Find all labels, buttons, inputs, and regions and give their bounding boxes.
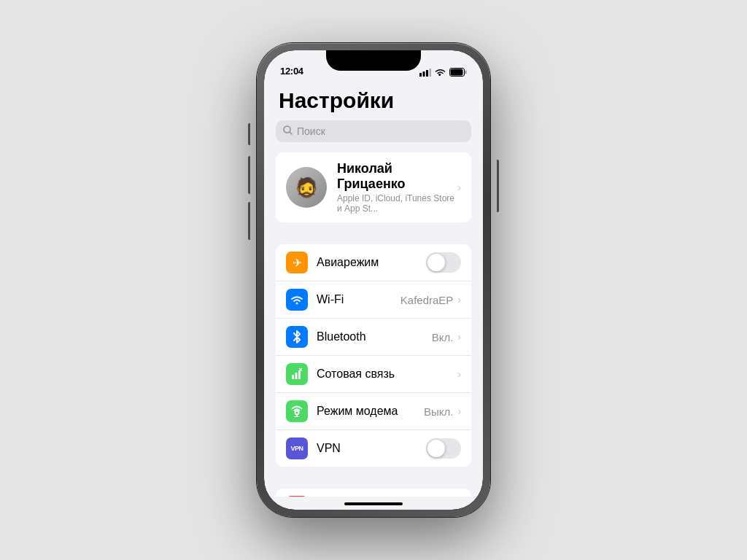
hotspot-icon [286, 400, 308, 422]
profile-chevron-icon: › [457, 182, 461, 193]
volume-up-button [248, 156, 250, 194]
toggle-knob [427, 254, 445, 271]
cellular-chevron-icon: › [457, 368, 461, 380]
wifi-chevron-icon: › [457, 294, 461, 306]
svg-point-9 [296, 303, 298, 305]
connectivity-section: ✈ Авиарежим [264, 244, 483, 467]
bluetooth-icon [286, 326, 308, 348]
bluetooth-row[interactable]: Bluetooth Вкл. › [276, 319, 471, 356]
airplane-mode-row[interactable]: ✈ Авиарежим [276, 244, 471, 281]
profile-name: Николай Грицаенко [337, 161, 457, 192]
svg-rect-0 [419, 73, 422, 77]
signal-icon [419, 69, 431, 77]
search-icon [283, 125, 293, 137]
vpn-toggle-knob [427, 440, 445, 457]
screen-content: 12:04 [264, 50, 483, 510]
notifications-row[interactable]: Уведомления › [276, 489, 471, 497]
settings-scroll[interactable]: Настройки Поиск [264, 81, 483, 497]
search-placeholder: Поиск [297, 125, 325, 137]
battery-icon [449, 68, 467, 77]
phone-frame: 12:04 [257, 43, 490, 517]
svg-rect-11 [295, 373, 298, 379]
cellular-row[interactable]: Сотовая связь › [276, 356, 471, 393]
airplane-label: Авиарежим [317, 256, 422, 269]
wifi-icon [286, 289, 308, 311]
phone-screen: 12:04 [264, 50, 483, 510]
svg-rect-6 [451, 69, 463, 76]
cellular-label: Сотовая связь [317, 368, 457, 381]
svg-rect-1 [423, 71, 425, 77]
notifications-icon [286, 496, 308, 497]
cellular-icon [286, 363, 308, 385]
wifi-row[interactable]: Wi-Fi KafedraEP › [276, 281, 471, 319]
profile-row[interactable]: 🧔 Николай Грицаенко Apple ID, iCloud, iT… [276, 152, 471, 222]
wifi-value: KafedraEP [400, 294, 454, 306]
bluetooth-value: Вкл. [432, 331, 454, 343]
svg-rect-12 [298, 370, 301, 379]
mute-button [248, 123, 250, 145]
notifications-group: Уведомления › [276, 489, 471, 497]
wifi-label: Wi-Fi [317, 293, 400, 306]
volume-down-button [248, 202, 250, 240]
svg-rect-5 [465, 71, 467, 74]
status-time: 12:04 [280, 66, 303, 77]
profile-info: Николай Грицаенко Apple ID, iCloud, iTun… [337, 161, 457, 214]
airplane-icon: ✈ [286, 252, 308, 273]
notifications-section: Уведомления › [264, 489, 483, 497]
airplane-toggle[interactable] [426, 252, 461, 273]
hotspot-value: Выкл. [424, 405, 453, 418]
hotspot-row[interactable]: Режим модема Выкл. › [276, 393, 471, 430]
vpn-row[interactable]: VPN VPN [276, 430, 471, 467]
connectivity-group: ✈ Авиарежим [276, 244, 471, 467]
status-icons [419, 68, 467, 77]
svg-line-8 [290, 132, 292, 134]
home-indicator [344, 502, 403, 505]
bluetooth-chevron-icon: › [457, 331, 461, 343]
profile-subtitle: Apple ID, iCloud, iTunes Store и App St.… [337, 193, 457, 214]
wifi-status-icon [435, 69, 446, 77]
svg-rect-10 [292, 375, 294, 379]
svg-rect-3 [430, 69, 432, 77]
avatar: 🧔 [286, 167, 327, 208]
vpn-icon: VPN [286, 438, 308, 459]
vpn-label: VPN [317, 442, 422, 455]
svg-rect-2 [426, 70, 428, 77]
hotspot-chevron-icon: › [457, 405, 461, 417]
notch [326, 50, 421, 71]
power-button [497, 160, 499, 212]
bluetooth-label: Bluetooth [317, 330, 432, 343]
hotspot-label: Режим модема [317, 405, 424, 418]
main-content: Настройки Поиск [264, 81, 483, 497]
page-title: Настройки [264, 81, 483, 120]
vpn-toggle[interactable] [426, 438, 461, 459]
search-bar[interactable]: Поиск [276, 120, 471, 142]
